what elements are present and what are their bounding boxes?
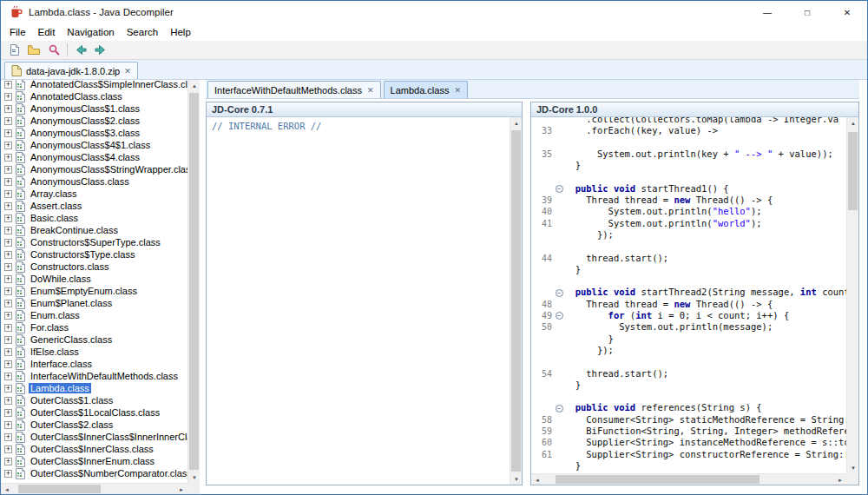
expand-plus-icon[interactable]: + xyxy=(4,263,12,271)
expand-plus-icon[interactable]: + xyxy=(4,178,12,186)
expand-plus-icon[interactable]: + xyxy=(4,214,12,222)
expand-plus-icon[interactable]: + xyxy=(4,239,12,247)
tree-item[interactable]: +AnonymousClass.class xyxy=(1,175,187,188)
expand-plus-icon[interactable]: + xyxy=(4,227,12,234)
expand-plus-icon[interactable]: + xyxy=(4,373,12,380)
scroll-left-icon[interactable]: ◄ xyxy=(531,474,543,485)
scroll-up-icon[interactable]: ▲ xyxy=(510,117,523,129)
tab-close-icon[interactable]: ✕ xyxy=(367,86,374,95)
tree-item[interactable]: +OuterClass$1.class xyxy=(1,394,187,406)
tree-item[interactable]: +InterfaceWithDefaultMethods.class xyxy=(1,370,187,382)
tree-item[interactable]: +Enum$Planet.class xyxy=(1,297,187,309)
expand-plus-icon[interactable]: + xyxy=(4,433,12,441)
tree-item[interactable]: +OuterClass$2.class xyxy=(1,419,187,431)
scroll-right-icon[interactable]: ► xyxy=(175,484,187,495)
menu-item-edit[interactable]: Edit xyxy=(32,24,62,40)
left-code-editor[interactable]: // INTERNAL ERROR // ▲ ▼ xyxy=(207,117,522,485)
scroll-down-icon[interactable]: ▼ xyxy=(188,472,201,483)
right-vscroll-thumb[interactable] xyxy=(848,132,858,210)
expand-plus-icon[interactable]: + xyxy=(4,202,12,210)
expand-plus-icon[interactable]: + xyxy=(4,458,12,465)
tree-item[interactable]: +DoWhile.class xyxy=(1,273,187,285)
left-pane-vertical-scrollbar[interactable]: ▲ ▼ xyxy=(510,117,522,485)
scroll-left-icon[interactable]: ◄ xyxy=(1,484,13,495)
close-button[interactable]: ✕ xyxy=(827,1,867,23)
expand-plus-icon[interactable]: + xyxy=(4,287,12,295)
tree-hscroll-thumb[interactable] xyxy=(18,485,101,493)
expand-plus-icon[interactable]: + xyxy=(4,105,12,113)
tree-item[interactable]: +GenericClass.class xyxy=(1,333,187,346)
fold-collapse-icon[interactable]: − xyxy=(556,185,563,193)
tree-item[interactable]: +AnonymousClass$1.class xyxy=(1,102,187,115)
tree-vscroll-thumb[interactable] xyxy=(189,93,199,470)
right-code-editor[interactable]: .collect(Collectors.toMap(lambda -> Inte… xyxy=(531,117,858,485)
tree-item[interactable]: +AnonymousClass$3.class xyxy=(1,127,187,139)
open-file-icon[interactable] xyxy=(4,42,23,59)
pane-splitter[interactable] xyxy=(523,102,530,485)
tree-item[interactable]: +BreakContinue.class xyxy=(1,224,187,236)
tree-item[interactable]: +OuterClass$1LocalClass.class xyxy=(1,406,187,419)
tree-item[interactable]: +Constructors$Type.class xyxy=(1,248,187,261)
search-icon[interactable] xyxy=(44,42,63,59)
tab-close-icon[interactable]: ✕ xyxy=(454,86,461,95)
maximize-button[interactable]: □ xyxy=(787,1,827,23)
forward-icon[interactable] xyxy=(91,42,110,59)
tree-item[interactable]: +AnonymousClass$4$1.class xyxy=(1,139,187,151)
right-pane-vertical-scrollbar[interactable]: ▲ ▼ xyxy=(846,117,858,473)
tree-item[interactable]: +Enum$EmptyEnum.class xyxy=(1,285,187,297)
tree-item[interactable]: +IfElse.class xyxy=(1,346,187,358)
menu-item-search[interactable]: Search xyxy=(121,24,164,40)
tree-item[interactable]: +AnonymousClass$2.class xyxy=(1,115,187,127)
workspace-tab-zip[interactable]: data-java-jdk-1.8.0.zip ✕ xyxy=(4,62,138,79)
editor-tab-active[interactable]: Lambda.class✕ xyxy=(384,81,468,98)
expand-plus-icon[interactable]: + xyxy=(4,81,12,89)
expand-plus-icon[interactable]: + xyxy=(4,312,12,320)
left-vscroll-thumb[interactable] xyxy=(511,130,521,472)
expand-plus-icon[interactable]: + xyxy=(4,336,12,344)
tree-editor-splitter[interactable] xyxy=(200,80,206,494)
tree-item-selected[interactable]: +Lambda.class xyxy=(1,382,187,394)
scroll-down-icon[interactable]: ▼ xyxy=(847,462,859,473)
tree-item[interactable]: +AnnotatedClass.class xyxy=(1,90,187,102)
expand-plus-icon[interactable]: + xyxy=(4,409,12,417)
tree-horizontal-scrollbar[interactable]: ◄ ► xyxy=(1,483,187,494)
tree-item[interactable]: +Constructors$SuperType.class xyxy=(1,236,187,248)
tree-item[interactable]: +Interface.class xyxy=(1,358,187,370)
expand-plus-icon[interactable]: + xyxy=(4,385,12,393)
expand-plus-icon[interactable]: + xyxy=(4,348,12,356)
expand-plus-icon[interactable]: + xyxy=(4,324,12,332)
open-folder-icon[interactable] xyxy=(24,42,43,59)
scroll-up-icon[interactable]: ▲ xyxy=(847,117,859,129)
expand-plus-icon[interactable]: + xyxy=(4,154,12,162)
right-pane-horizontal-scrollbar[interactable]: ◄ ► xyxy=(531,473,846,485)
tree-item[interactable]: +Enum.class xyxy=(1,309,187,321)
tree-item[interactable]: +AnonymousClass$StringWrapper.class xyxy=(1,163,187,175)
scroll-right-icon[interactable]: ► xyxy=(834,474,846,485)
tree-item[interactable]: +AnonymousClass$4.class xyxy=(1,151,187,163)
minimize-button[interactable]: — xyxy=(747,1,787,23)
scroll-up-icon[interactable]: ▲ xyxy=(188,80,201,91)
right-hscroll-thumb[interactable] xyxy=(556,475,760,484)
expand-plus-icon[interactable]: + xyxy=(4,360,12,368)
tree-item[interactable]: +For.class xyxy=(1,321,187,333)
fold-collapse-icon[interactable]: − xyxy=(556,289,563,297)
editor-tab[interactable]: InterfaceWithDefaultMethods.class✕ xyxy=(207,81,381,98)
menu-item-navigation[interactable]: Navigation xyxy=(61,24,120,40)
expand-plus-icon[interactable]: + xyxy=(4,142,12,149)
expand-plus-icon[interactable]: + xyxy=(4,275,12,283)
tab-close-icon[interactable]: ✕ xyxy=(124,67,131,76)
expand-plus-icon[interactable]: + xyxy=(4,166,12,174)
tree-item[interactable]: +Basic.class xyxy=(1,212,187,224)
expand-plus-icon[interactable]: + xyxy=(4,470,12,478)
tree-item[interactable]: +OuterClass$NumberComparator.class xyxy=(1,467,187,479)
expand-plus-icon[interactable]: + xyxy=(4,129,12,137)
tree-item[interactable]: +AnnotatedClass$SimpleInnerClass.class xyxy=(1,80,187,90)
scroll-down-icon[interactable]: ▼ xyxy=(510,473,523,485)
fold-collapse-icon[interactable]: − xyxy=(556,405,563,412)
menu-item-file[interactable]: File xyxy=(3,24,32,40)
expand-plus-icon[interactable]: + xyxy=(4,397,12,405)
tree-vertical-scrollbar[interactable]: ▲ ▼ xyxy=(187,80,200,483)
tree-item[interactable]: +Constructors.class xyxy=(1,261,187,273)
tree-item[interactable]: +OuterClass$InnerClass.class xyxy=(1,443,187,455)
expand-plus-icon[interactable]: + xyxy=(4,251,12,259)
